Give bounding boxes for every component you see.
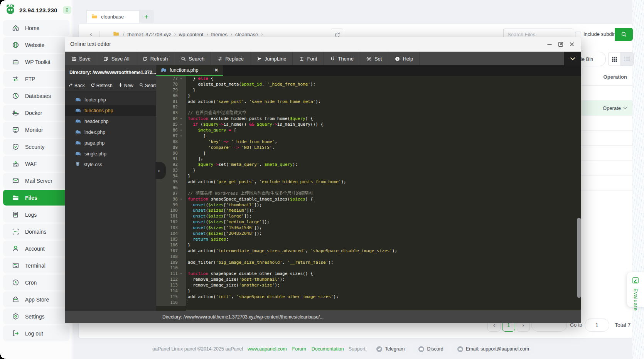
sidebar-item-logs[interactable]: Logs [3,207,69,222]
editor-toolbar-theme-button[interactable]: Theme [324,52,360,66]
sidebar-item-ftp[interactable]: FTP [3,71,69,87]
code-line[interactable]: 89 'compare' => 'NOT EXISTS', [156,145,581,151]
fold-arrow-icon[interactable]: ▾ [180,76,186,82]
code-editor[interactable]: 77▾ } else {78 delete_post_meta($post_id… [156,76,581,311]
code-line[interactable]: 105 return $sizes; [156,237,581,243]
footer-link[interactable]: Forum [292,346,306,352]
code-line[interactable]: 99 unset($sizes['thumbnail']); [156,202,581,208]
fold-arrow-icon[interactable]: ▾ [180,122,186,128]
code-line[interactable]: 96 [156,185,581,191]
code-line[interactable]: 116 [156,300,581,306]
code-line[interactable]: 102 unset($sizes['medium_large']); [156,219,581,225]
tree-tool-refresh-button[interactable]: Refresh [91,83,113,88]
toolbar-expand-chevron-down-icon[interactable] [564,52,581,66]
fold-arrow-icon[interactable]: ▾ [180,128,186,133]
tree-collapse-handle[interactable]: ‹ [155,162,166,179]
breadcrumb-item[interactable]: wp-content [179,32,204,37]
sidebar-item-waf[interactable]: WAF [3,156,69,172]
operate-dropdown[interactable]: Operate [603,105,627,111]
code-line[interactable]: 93 } [156,168,581,174]
code-line[interactable]: 92 $query->set('meta_query', $meta_query… [156,162,581,168]
tab-cleanbase[interactable]: cleanbase [86,10,140,23]
minimize-icon[interactable] [546,41,553,47]
search-button[interactable] [615,28,633,41]
editor-toolbar-font-button[interactable]: Font [293,52,324,66]
breadcrumb-item[interactable]: theme1.372703.xyz [127,32,171,37]
code-line[interactable]: 100 unset($sizes['medium']); [156,208,581,214]
code-line[interactable]: 79 } [156,88,581,93]
tab-close-icon[interactable]: ✕ [214,67,218,73]
code-line[interactable]: 94} [156,174,581,179]
code-line[interactable]: 108 [156,254,581,260]
code-line[interactable]: 95add_action('pre_get_posts', 'exclude_h… [156,179,581,185]
sidebar-item-domains[interactable]: Domains [3,224,69,239]
code-line[interactable]: 77▾ } else { [156,76,581,82]
sidebar-item-docker[interactable]: Docker [3,105,69,121]
code-line[interactable]: 86▾ $meta_query = [ [156,128,581,133]
breadcrumb-item[interactable]: cleanbase [235,32,258,37]
sidebar-item-appstore[interactable]: App Store [3,292,69,307]
sidebar-item-security[interactable]: Security [3,139,69,155]
breadcrumb-item[interactable]: themes [211,32,228,37]
sidebar-item-monitor[interactable]: Monitor [3,122,69,138]
fold-arrow-icon[interactable]: ▾ [180,116,186,122]
code-line[interactable]: 98▾function shapeSpace_disable_image_siz… [156,197,581,202]
sidebar-item-logout[interactable]: Log out [3,325,69,341]
maximize-icon[interactable] [557,41,564,47]
sidebar-item-settings[interactable]: Settings [3,308,69,324]
vertical-scrollbar-thumb[interactable] [577,218,581,298]
code-line[interactable]: 91 ]; [156,156,581,162]
tree-file-header-php[interactable]: header.php [65,116,156,127]
code-line[interactable]: 109add_filter('big_image_size_threshold'… [156,260,581,266]
tree-file-index-php[interactable]: index.php [65,127,156,138]
code-line[interactable]: 81add_action('save_post', 'save_hide_fro… [156,99,581,105]
tree-file-style-css[interactable]: style.css [65,159,156,170]
goto-page-input[interactable] [585,319,609,332]
fold-arrow-icon[interactable]: ▾ [180,197,186,202]
tree-file-footer-php[interactable]: footer.php [65,94,156,105]
editor-toolbar-set-button[interactable]: Set [360,52,389,66]
code-line[interactable]: 111▾function shapeSpace_disable_other_im… [156,271,581,277]
editor-toolbar-replace-button[interactable]: Replace [211,52,250,66]
sidebar-item-terminal[interactable]: Terminal [3,258,69,273]
footer-pill-email[interactable]: Email: support@aapanel.com [452,344,534,354]
sidebar-item-mail[interactable]: Mail Server [3,173,69,189]
code-line[interactable]: 104 unset($sizes['2048x2048']); [156,231,581,237]
evaluate-button[interactable]: Evaluate [627,272,644,307]
tree-tool-back-button[interactable]: Back [69,83,85,88]
editor-toolbar-jumpline-button[interactable]: JumpLine [250,52,293,66]
code-line[interactable]: 78 delete_post_meta($post_id, '_hide_fro… [156,82,581,88]
code-line[interactable]: 84▾function exclude_hidden_posts_from_ho… [156,116,581,122]
footer-link[interactable]: Documentation [312,346,344,352]
code-line[interactable]: 110 [156,265,581,271]
editor-toolbar-search-button[interactable]: Search [174,52,211,66]
sidebar-item-home[interactable]: Home [3,20,69,36]
fold-arrow-icon[interactable]: ▾ [180,271,186,277]
code-line[interactable]: 87▾ [ [156,133,581,139]
close-icon[interactable] [568,41,575,47]
fold-arrow-icon[interactable]: ▾ [180,133,186,139]
footer-pill-telegram[interactable]: Telegram [371,344,410,354]
code-line[interactable]: 107add_action('intermediate_image_sizes_… [156,248,581,254]
tree-file-page-php[interactable]: page.php [65,138,156,148]
editor-toolbar-save-button[interactable]: Save [65,52,97,66]
footer-pill-discord[interactable]: Discord [413,344,448,354]
sidebar-item-cron[interactable]: Cron [3,275,69,290]
sidebar-item-wp-toolkit[interactable]: WP Toolkit [3,54,69,70]
modal-titlebar[interactable]: Online text editor [65,37,581,52]
code-line[interactable]: 113 remove_image_size('another-size'); [156,283,581,288]
code-line[interactable]: 114} [156,288,581,294]
sidebar-item-databases[interactable]: Databases [3,88,69,104]
editor-toolbar-refresh-button[interactable]: Refresh [136,52,175,66]
code-line[interactable]: 82 [156,104,581,110]
code-line[interactable]: 88 'key' => '_hide_from_home', [156,139,581,145]
code-line[interactable]: 97// 彻底关闭 WordPress 上传图片时自动生成多个尺寸的缩略图 [156,191,581,197]
code-line[interactable]: 112 remove_image_size('post-thumbnail'); [156,277,581,283]
code-line[interactable]: 103 unset($sizes['1536x1536']); [156,225,581,231]
code-line[interactable]: 106} [156,243,581,248]
code-line[interactable]: 85▾ if ($query->is_home() && $query->is_… [156,122,581,128]
grid-view-button[interactable] [609,52,621,66]
list-view-button[interactable] [621,52,633,66]
code-line[interactable]: 83// 在首页查询中过滤隐藏文章 [156,110,581,116]
sidebar-item-files[interactable]: Files [3,190,69,206]
